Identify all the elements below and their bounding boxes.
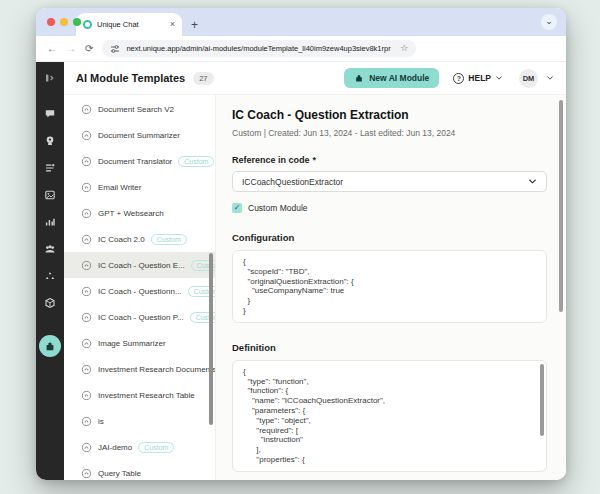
reference-label-text: Reference in code	[232, 155, 310, 165]
browser-tab[interactable]: Unique Chat ×	[76, 13, 182, 36]
reference-value: ICCoachQuestionExtractor	[242, 177, 343, 187]
list-item[interactable]: Document Summarizer	[64, 122, 215, 148]
fullscreen-window-button[interactable]	[73, 18, 81, 26]
minimize-window-button[interactable]	[60, 18, 68, 26]
window-controls	[47, 18, 81, 26]
reference-select[interactable]: ICCoachQuestionExtractor	[232, 171, 547, 192]
list-item[interactable]: Document Search V2	[64, 96, 215, 122]
custom-badge: Custom	[138, 442, 174, 453]
template-list: Document Search V2 Document Summarizer	[64, 95, 215, 480]
new-tab-button[interactable]: +	[191, 19, 198, 31]
list-scrollbar[interactable]	[209, 253, 213, 425]
module-circle-icon	[81, 338, 92, 349]
list-item[interactable]: IC Coach - Question P... Custom	[64, 304, 215, 330]
tab-title: Unique Chat	[97, 20, 165, 29]
list-item[interactable]: GPT + Websearch	[64, 200, 215, 226]
list-item[interactable]: Investment Research Table	[64, 382, 215, 408]
knowledge-box-icon[interactable]	[43, 296, 57, 310]
reference-label: Reference in code*	[232, 155, 550, 165]
new-ai-module-button[interactable]: New AI Module	[344, 68, 439, 88]
list-item[interactable]: Image Summarizer	[64, 330, 215, 356]
browser-toolbar: ← → ⟳ next.unique.app/admin/ai-modules/m…	[36, 36, 566, 62]
users-icon[interactable]	[43, 242, 57, 256]
ai-modules-icon[interactable]	[39, 335, 61, 357]
custom-module-checkbox[interactable]: ✓	[232, 203, 242, 213]
definition-label: Definition	[232, 342, 550, 353]
list-item[interactable]: is	[64, 408, 215, 434]
configuration-editor[interactable]: { "scopeId": "TBD", "originalQuestionExt…	[232, 250, 547, 323]
custom-badge: Custom	[151, 234, 187, 245]
image-icon[interactable]	[43, 188, 57, 202]
page-title: AI Module Templates	[76, 72, 185, 84]
module-circle-icon	[81, 312, 92, 323]
chat-icon[interactable]	[43, 107, 57, 121]
module-title: IC Coach - Question Extraction	[232, 108, 550, 122]
required-mark: *	[313, 155, 317, 165]
reload-icon[interactable]: ⟳	[85, 44, 93, 54]
list-item[interactable]: Email Writer	[64, 174, 215, 200]
custom-badge: Custom	[178, 156, 214, 167]
custom-module-row: ✓ Custom Module	[232, 203, 550, 213]
analytics-icon[interactable]	[43, 215, 57, 229]
list-item[interactable]: Investment Research Documents	[64, 356, 215, 382]
custom-module-label: Custom Module	[248, 203, 308, 213]
module-circle-icon	[81, 364, 92, 375]
content-body: Document Search V2 Document Summarizer	[64, 95, 566, 480]
detail-scrollbar[interactable]	[559, 100, 563, 312]
list-item-label: GPT + Websearch	[98, 209, 164, 218]
definition-scrollbar[interactable]	[540, 364, 544, 436]
app-frame: AI Module Templates 27 New AI Module ? H…	[36, 62, 566, 480]
help-menu[interactable]: ? HELP	[453, 73, 503, 84]
app-header: AI Module Templates 27 New AI Module ? H…	[64, 62, 566, 95]
list-item[interactable]: JAI-demo Custom	[64, 434, 215, 460]
list-item-label: Document Summarizer	[98, 131, 180, 140]
list-item-label: Query Table	[98, 469, 141, 478]
help-icon: ?	[453, 73, 464, 84]
module-circle-icon	[81, 156, 92, 167]
tab-close-icon[interactable]: ×	[170, 20, 175, 29]
module-circle-icon	[81, 442, 92, 453]
list-item[interactable]: IC Coach 2.0 Custom	[64, 226, 215, 252]
forward-icon[interactable]: →	[66, 44, 76, 54]
main-panel: AI Module Templates 27 New AI Module ? H…	[64, 62, 566, 480]
unique-favicon-icon	[83, 20, 92, 29]
module-circle-icon	[81, 234, 92, 245]
list-item-label: IC Coach - Question P...	[98, 313, 184, 322]
tab-list-chevron-icon[interactable]: ⌄	[541, 14, 557, 30]
address-bar[interactable]: next.unique.app/admin/ai-modules/moduleT…	[102, 40, 416, 57]
site-settings-icon[interactable]	[110, 44, 120, 54]
user-avatar[interactable]: DM	[519, 69, 538, 88]
list-item-label: JAI-demo	[98, 443, 132, 452]
module-circle-icon	[81, 390, 92, 401]
account-chevron-icon[interactable]	[546, 75, 554, 81]
close-window-button[interactable]	[47, 18, 55, 26]
url-text: next.unique.app/admin/ai-modules/moduleT…	[126, 44, 394, 53]
desktop: { "browser": { "tab_title": "Unique Chat…	[0, 0, 600, 494]
definition-editor[interactable]: { "type": "function", "function": { "nam…	[232, 360, 547, 472]
list-item-label: IC Coach - Questionn...	[98, 287, 182, 296]
module-circle-icon	[81, 468, 92, 479]
definition-code: { "type": "function", "function": { "nam…	[243, 367, 385, 464]
select-chevron-icon	[528, 178, 537, 185]
sidebar-toggle-icon[interactable]	[43, 71, 57, 85]
browser-window: Unique Chat × + ⌄ ← → ⟳ next.unique.app/…	[36, 8, 566, 480]
list-item[interactable]: IC Coach - Question E... Custom	[64, 252, 215, 278]
module-circle-icon	[81, 104, 92, 115]
list-item[interactable]: Document Translator Custom	[64, 148, 215, 174]
module-circle-icon	[81, 416, 92, 427]
back-icon[interactable]: ←	[47, 44, 57, 54]
bookmark-star-icon[interactable]: ☆	[400, 44, 408, 53]
assistant-icon[interactable]	[43, 134, 57, 148]
list-item-label: Image Summarizer	[98, 339, 166, 348]
hierarchy-icon[interactable]	[43, 269, 57, 283]
tab-strip: Unique Chat × + ⌄	[36, 8, 566, 36]
list-item-label: Document Search V2	[98, 105, 174, 114]
list-item-label: Investment Research Table	[98, 391, 195, 400]
prompt-list-icon[interactable]	[43, 161, 57, 175]
module-circle-icon	[81, 130, 92, 141]
list-item[interactable]: Query Table	[64, 460, 215, 480]
list-item-label: Email Writer	[98, 183, 141, 192]
list-item[interactable]: IC Coach - Questionn... Custom	[64, 278, 215, 304]
nav-rail	[36, 62, 64, 480]
list-item-label: IC Coach 2.0	[98, 235, 145, 244]
